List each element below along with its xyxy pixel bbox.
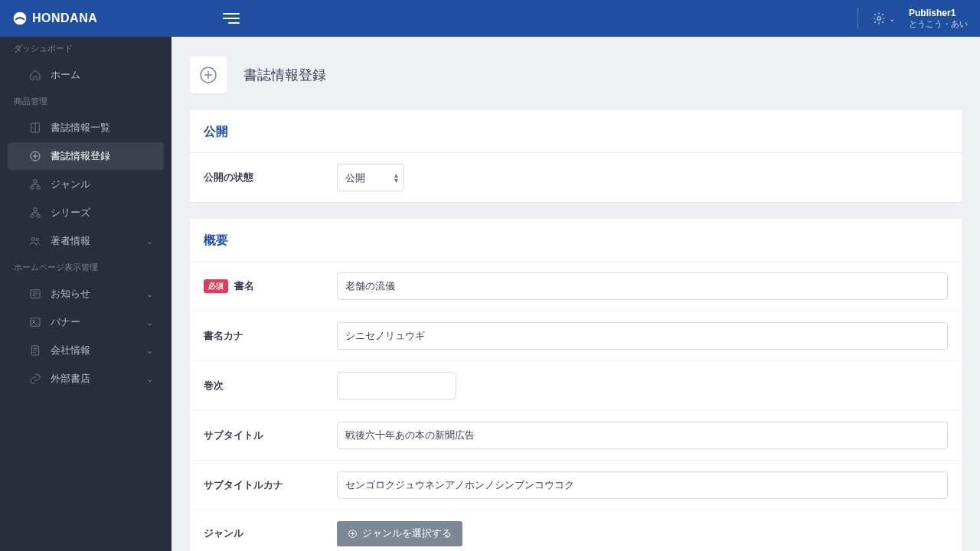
sidebar-item[interactable]: 書誌情報登録 <box>8 142 164 170</box>
chevron-down-icon: ⌄ <box>146 346 153 356</box>
sidebar-item[interactable]: お知らせ⌄ <box>8 280 164 308</box>
svg-rect-13 <box>31 318 40 327</box>
select-genre-button[interactable]: ジャンルを選択する <box>337 521 462 546</box>
card-publish-title: 公開 <box>190 110 962 153</box>
sidebar-section-title: ダッシュボード <box>0 37 172 60</box>
input-volume[interactable] <box>337 372 456 399</box>
tree-icon <box>29 178 41 191</box>
sidebar-item-label: 書誌情報登録 <box>51 149 110 163</box>
chevron-down-icon: ⌄ <box>146 318 153 328</box>
svg-rect-8 <box>31 215 34 217</box>
sidebar-section-title: ホームページ表示管理 <box>0 256 172 279</box>
plus-icon <box>29 150 41 162</box>
svg-point-10 <box>31 237 34 240</box>
publish-status-select[interactable]: 公開 <box>337 164 404 191</box>
doc-icon <box>29 344 41 357</box>
user-name: Publisher1 <box>909 8 968 18</box>
input-kana[interactable] <box>337 322 948 350</box>
sidebar-item-label: バナー <box>51 315 80 329</box>
field-label-title: 書名 <box>234 280 254 293</box>
user-menu[interactable]: Publisher1 とうこう・あい <box>909 8 968 29</box>
page-icon-tile <box>190 57 227 93</box>
card-overview-title: 概要 <box>190 219 962 262</box>
svg-rect-7 <box>34 208 37 210</box>
menu-toggle[interactable] <box>223 10 240 27</box>
card-publish: 公開 公開の状態 公開 ▴▾ <box>190 110 962 202</box>
page-title: 書誌情報登録 <box>243 66 326 84</box>
svg-rect-5 <box>31 187 34 189</box>
chevron-down-icon: ⌄ <box>146 374 153 384</box>
sidebar-item-label: シリーズ <box>51 206 90 220</box>
sidebar-item[interactable]: バナー⌄ <box>8 308 164 336</box>
chevron-down-icon: ⌄ <box>889 15 895 23</box>
book-icon <box>29 122 41 134</box>
publish-status-label: 公開の状態 <box>204 171 318 184</box>
svg-point-1 <box>877 17 881 21</box>
field-label-volume: 巻次 <box>204 380 318 393</box>
topbar: HONDANA ⌄ Publisher1 とうこう・あい <box>0 0 980 37</box>
brand-logo[interactable]: HONDANA <box>12 11 97 26</box>
page-header: 書誌情報登録 <box>172 37 980 110</box>
sidebar-item-label: 著者情報 <box>51 234 90 248</box>
field-label-genre: ジャンル <box>204 527 318 540</box>
chevron-down-icon: ⌄ <box>146 236 153 246</box>
tree-icon <box>29 207 41 219</box>
plus-icon <box>348 529 358 539</box>
people-icon <box>29 235 41 247</box>
field-label-kana: 書名カナ <box>204 330 318 343</box>
settings-menu[interactable]: ⌄ <box>872 11 895 25</box>
brand-name: HONDANA <box>32 11 97 25</box>
link-icon <box>29 373 41 385</box>
chevron-down-icon: ⌄ <box>146 289 153 299</box>
sidebar-section-title: 商品管理 <box>0 90 172 113</box>
field-label-subtitle-kana: サブタイトルカナ <box>204 479 318 492</box>
home-icon <box>29 69 41 81</box>
sidebar-item-label: 会社情報 <box>51 344 90 357</box>
sidebar-item-label: 書誌情報一覧 <box>51 121 110 135</box>
news-icon <box>29 288 41 300</box>
svg-point-11 <box>36 238 38 240</box>
sidebar-item[interactable]: ジャンル <box>8 171 164 198</box>
sidebar-item-label: 外部書店 <box>51 372 90 386</box>
sidebar-item[interactable]: 外部書店⌄ <box>8 365 164 393</box>
input-subtitle[interactable] <box>337 422 948 449</box>
sidebar-item[interactable]: 会社情報⌄ <box>8 337 164 364</box>
gear-icon <box>872 11 886 25</box>
svg-rect-4 <box>34 180 37 182</box>
sidebar-item-label: ジャンル <box>51 178 90 191</box>
sidebar-item[interactable]: 書誌情報一覧 <box>8 114 164 142</box>
sidebar-item[interactable]: シリーズ <box>8 199 164 227</box>
divider <box>858 8 858 29</box>
svg-rect-9 <box>37 215 40 217</box>
plus-circle-icon <box>199 66 217 84</box>
sidebar-item[interactable]: 著者情報⌄ <box>8 227 164 255</box>
sidebar: ダッシュボードホーム商品管理書誌情報一覧書誌情報登録ジャンルシリーズ著者情報⌄ホ… <box>0 0 172 551</box>
card-overview: 概要 必須 書名 書名カナ 巻次 <box>190 219 962 551</box>
user-sub: とうこう・あい <box>909 19 968 29</box>
sidebar-item[interactable]: ホーム <box>8 61 164 89</box>
svg-rect-6 <box>37 187 40 189</box>
main-content: 書誌情報登録 公開 公開の状態 公開 ▴▾ 概要 <box>172 0 980 551</box>
sidebar-item-label: お知らせ <box>51 287 90 301</box>
required-badge: 必須 <box>204 279 228 293</box>
select-genre-button-label: ジャンルを選択する <box>362 527 452 540</box>
field-label-subtitle: サブタイトル <box>204 429 318 442</box>
logo-icon <box>12 11 28 26</box>
sidebar-item-label: ホーム <box>51 68 80 82</box>
image-icon <box>29 316 41 328</box>
input-title[interactable] <box>337 272 948 300</box>
input-subtitle-kana[interactable] <box>337 471 948 499</box>
